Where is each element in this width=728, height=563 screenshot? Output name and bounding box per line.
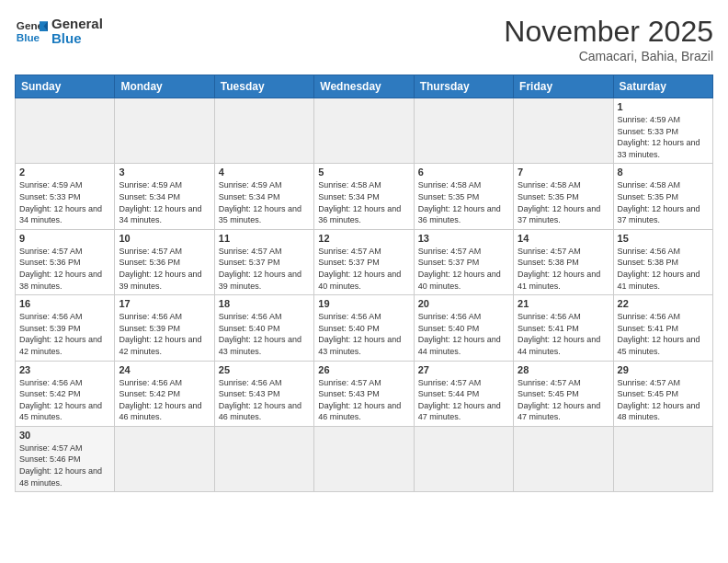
table-row: 21Sunrise: 4:56 AMSunset: 5:41 PMDayligh… [514, 295, 613, 361]
day-info: Sunrise: 4:57 AMSunset: 5:46 PMDaylight:… [19, 442, 110, 488]
day-number: 18 [219, 298, 310, 309]
table-row [214, 426, 313, 491]
day-number: 22 [618, 298, 709, 309]
table-row: 24Sunrise: 4:56 AMSunset: 5:42 PMDayligh… [115, 361, 214, 426]
day-info: Sunrise: 4:57 AMSunset: 5:44 PMDaylight:… [418, 377, 509, 423]
day-info: Sunrise: 4:57 AMSunset: 5:36 PMDaylight:… [119, 246, 210, 292]
logo-icon: General Blue [15, 15, 48, 48]
table-row: 20Sunrise: 4:56 AMSunset: 5:40 PMDayligh… [414, 295, 513, 361]
day-info: Sunrise: 4:58 AMSunset: 5:35 PMDaylight:… [418, 179, 509, 225]
day-number: 4 [219, 167, 310, 178]
table-row: 28Sunrise: 4:57 AMSunset: 5:45 PMDayligh… [514, 361, 613, 426]
day-number: 21 [518, 298, 609, 309]
day-number: 27 [418, 364, 509, 375]
table-row: 18Sunrise: 4:56 AMSunset: 5:40 PMDayligh… [214, 295, 313, 361]
day-number: 6 [418, 167, 509, 178]
day-info: Sunrise: 4:57 AMSunset: 5:36 PMDaylight:… [19, 246, 110, 292]
header-sunday: Sunday [16, 75, 115, 98]
table-row: 2Sunrise: 4:59 AMSunset: 5:33 PMDaylight… [16, 164, 115, 229]
page-header: General Blue General Blue November 2025 … [15, 15, 713, 63]
day-info: Sunrise: 4:56 AMSunset: 5:40 PMDaylight:… [318, 311, 409, 357]
day-info: Sunrise: 4:56 AMSunset: 5:40 PMDaylight:… [418, 311, 509, 357]
logo: General Blue General Blue [15, 15, 103, 48]
table-row: 19Sunrise: 4:56 AMSunset: 5:40 PMDayligh… [314, 295, 414, 361]
table-row: 29Sunrise: 4:57 AMSunset: 5:45 PMDayligh… [613, 361, 712, 426]
day-info: Sunrise: 4:57 AMSunset: 5:37 PMDaylight:… [318, 246, 409, 292]
day-info: Sunrise: 4:56 AMSunset: 5:41 PMDaylight:… [518, 311, 609, 357]
logo-blue-text: Blue [51, 31, 103, 47]
day-number: 29 [618, 364, 709, 375]
table-row: 7Sunrise: 4:58 AMSunset: 5:35 PMDaylight… [514, 164, 613, 229]
logo-general-text: General [51, 17, 103, 32]
day-info: Sunrise: 4:56 AMSunset: 5:42 PMDaylight:… [119, 377, 210, 423]
day-info: Sunrise: 4:56 AMSunset: 5:41 PMDaylight:… [618, 311, 709, 357]
header-tuesday: Tuesday [214, 75, 313, 98]
header-thursday: Thursday [414, 75, 513, 98]
day-info: Sunrise: 4:59 AMSunset: 5:33 PMDaylight:… [19, 179, 110, 225]
day-info: Sunrise: 4:56 AMSunset: 5:42 PMDaylight:… [19, 377, 110, 423]
table-row [514, 98, 613, 164]
table-row [314, 426, 414, 491]
table-row: 30Sunrise: 4:57 AMSunset: 5:46 PMDayligh… [16, 426, 115, 491]
table-row: 27Sunrise: 4:57 AMSunset: 5:44 PMDayligh… [414, 361, 513, 426]
day-number: 9 [19, 233, 110, 244]
table-row: 1Sunrise: 4:59 AMSunset: 5:33 PMDaylight… [613, 98, 712, 164]
svg-text:Blue: Blue [17, 31, 40, 43]
day-number: 15 [618, 233, 709, 244]
day-number: 30 [19, 430, 110, 441]
day-number: 26 [318, 364, 409, 375]
day-info: Sunrise: 4:58 AMSunset: 5:35 PMDaylight:… [618, 179, 709, 225]
table-row [115, 98, 214, 164]
day-info: Sunrise: 4:56 AMSunset: 5:39 PMDaylight:… [119, 311, 210, 357]
day-number: 20 [418, 298, 509, 309]
calendar-header-row: Sunday Monday Tuesday Wednesday Thursday… [16, 75, 713, 98]
table-row: 3Sunrise: 4:59 AMSunset: 5:34 PMDaylight… [115, 164, 214, 229]
table-row: 17Sunrise: 4:56 AMSunset: 5:39 PMDayligh… [115, 295, 214, 361]
day-info: Sunrise: 4:57 AMSunset: 5:45 PMDaylight:… [518, 377, 609, 423]
table-row: 22Sunrise: 4:56 AMSunset: 5:41 PMDayligh… [613, 295, 712, 361]
day-number: 17 [119, 298, 210, 309]
table-row: 12Sunrise: 4:57 AMSunset: 5:37 PMDayligh… [314, 229, 414, 294]
table-row [314, 98, 414, 164]
day-info: Sunrise: 4:56 AMSunset: 5:39 PMDaylight:… [19, 311, 110, 357]
day-info: Sunrise: 4:57 AMSunset: 5:38 PMDaylight:… [518, 246, 609, 292]
day-info: Sunrise: 4:57 AMSunset: 5:37 PMDaylight:… [219, 246, 310, 292]
title-block: November 2025 Camacari, Bahia, Brazil [504, 15, 713, 63]
table-row: 15Sunrise: 4:56 AMSunset: 5:38 PMDayligh… [613, 229, 712, 294]
day-number: 24 [119, 364, 210, 375]
table-row: 16Sunrise: 4:56 AMSunset: 5:39 PMDayligh… [16, 295, 115, 361]
day-info: Sunrise: 4:59 AMSunset: 5:34 PMDaylight:… [119, 179, 210, 225]
table-row: 25Sunrise: 4:56 AMSunset: 5:43 PMDayligh… [214, 361, 313, 426]
day-info: Sunrise: 4:59 AMSunset: 5:33 PMDaylight:… [618, 114, 709, 160]
table-row [514, 426, 613, 491]
day-number: 28 [518, 364, 609, 375]
day-info: Sunrise: 4:59 AMSunset: 5:34 PMDaylight:… [219, 179, 310, 225]
header-friday: Friday [514, 75, 613, 98]
table-row [414, 98, 513, 164]
day-number: 23 [19, 364, 110, 375]
table-row: 5Sunrise: 4:58 AMSunset: 5:34 PMDaylight… [314, 164, 414, 229]
day-number: 25 [219, 364, 310, 375]
table-row: 13Sunrise: 4:57 AMSunset: 5:37 PMDayligh… [414, 229, 513, 294]
day-number: 2 [19, 167, 110, 178]
header-monday: Monday [115, 75, 214, 98]
day-info: Sunrise: 4:56 AMSunset: 5:40 PMDaylight:… [219, 311, 310, 357]
table-row [115, 426, 214, 491]
day-number: 1 [618, 101, 709, 112]
location-subtitle: Camacari, Bahia, Brazil [504, 49, 713, 63]
table-row [16, 98, 115, 164]
day-info: Sunrise: 4:57 AMSunset: 5:37 PMDaylight:… [418, 246, 509, 292]
month-year-title: November 2025 [504, 15, 713, 49]
day-info: Sunrise: 4:56 AMSunset: 5:38 PMDaylight:… [618, 246, 709, 292]
table-row: 8Sunrise: 4:58 AMSunset: 5:35 PMDaylight… [613, 164, 712, 229]
day-info: Sunrise: 4:57 AMSunset: 5:45 PMDaylight:… [618, 377, 709, 423]
header-saturday: Saturday [613, 75, 712, 98]
table-row: 6Sunrise: 4:58 AMSunset: 5:35 PMDaylight… [414, 164, 513, 229]
header-wednesday: Wednesday [314, 75, 414, 98]
table-row: 11Sunrise: 4:57 AMSunset: 5:37 PMDayligh… [214, 229, 313, 294]
table-row: 9Sunrise: 4:57 AMSunset: 5:36 PMDaylight… [16, 229, 115, 294]
day-number: 11 [219, 233, 310, 244]
day-number: 13 [418, 233, 509, 244]
day-number: 5 [318, 167, 409, 178]
day-number: 3 [119, 167, 210, 178]
